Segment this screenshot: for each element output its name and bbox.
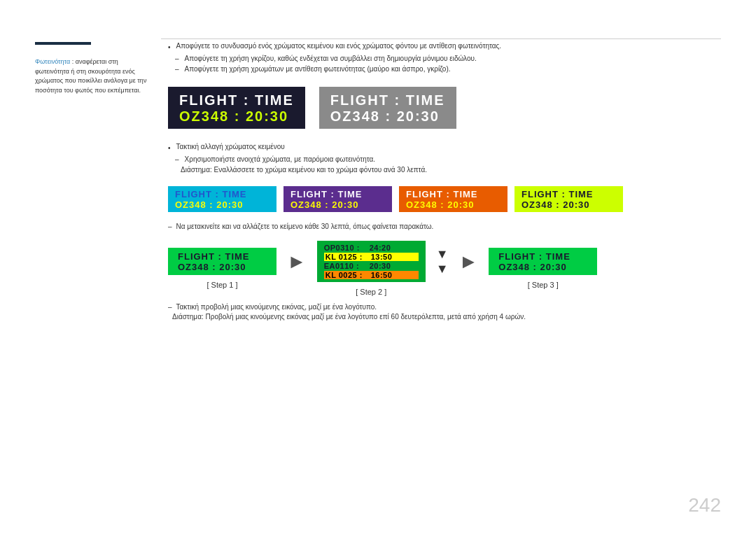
step2-row1-id: OP0310 : [324,244,370,252]
move-note: – Να μετακινείτε και να αλλάζετε το κείμ… [168,223,721,230]
step2-row1-time: 24:20 [370,244,391,252]
step3-box: FLIGHT : TIME OZ348 : 20:30 [489,248,597,275]
large-box1-title: FLIGHT : TIME [179,92,294,108]
sub-dash-text-2: Διάστημα: Εναλλάσσετε το χρώμα κειμένου … [181,166,427,174]
small-displays-row: FLIGHT : TIME OZ348 : 20:30 FLIGHT : TIM… [168,186,721,212]
step3-title: FLIGHT : TIME [498,251,587,262]
arrow2-group: ▼ ▼ [436,248,449,275]
step2-row3: EA0110 : 20:30 [324,262,419,270]
page-number: 242 [688,494,721,517]
small-box-cyan-wrapper: FLIGHT : TIME OZ348 : 20:30 [168,186,276,212]
step2-label: [ Step 2 ] [356,288,386,296]
large-displays: FLIGHT : TIME OZ348 : 20:30 FLIGHT : TIM… [168,87,721,129]
sub-bullet-item: • Τακτική αλλαγή χρώματος κειμένου [168,143,721,152]
sub-dash-text-1: Χρησιμοποιήστε ανοιχτά χρώματα, με παρόμ… [185,155,376,163]
small-orange-title: FLIGHT : TIME [406,189,500,199]
step2-item: OP0310 : 24:20 KL 0125 : 13:50 EA0110 : … [317,241,426,296]
sidebar-highlight: Φωτεινότητα [35,58,70,65]
sub-bullet-section: • Τακτική αλλαγή χρώματος κειμένου – Χρη… [168,143,721,174]
final-dash-1: – [168,303,172,311]
step1-item: FLIGHT : TIME OZ348 : 20:30 [ Step 1 ] [168,248,276,289]
small-yellow-sub: OZ348 : 20:30 [522,199,616,210]
top-divider [161,38,721,39]
main-content: • Αποφύγετε το συνδυασμό ενός χρώματος κ… [168,42,721,323]
steps-section: FLIGHT : TIME OZ348 : 20:30 [ Step 1 ] ►… [168,241,721,296]
final-note-text-1: Τακτική προβολή μιας κινούμενης εικόνας,… [176,303,377,311]
bullet-item-1: • Αποφύγετε το συνδυασμό ενός χρώματος κ… [168,42,721,51]
dash-text-2: Αποφύγετε τη χρήση χρωμάτων με αντίθεση … [185,65,451,73]
step3-item: FLIGHT : TIME OZ348 : 20:30 [ Step 3 ] [489,248,597,289]
small-purple-title: FLIGHT : TIME [290,189,385,199]
box-dark: FLIGHT : TIME OZ348 : 20:30 [168,87,305,129]
small-cyan-title: FLIGHT : TIME [175,189,270,199]
step2-row2-time: 13:50 [371,253,393,261]
dash-item-2: – Αποφύγετε τη χρήση χρωμάτων με αντίθεσ… [168,65,721,73]
small-box-purple-wrapper: FLIGHT : TIME OZ348 : 20:30 [284,186,392,212]
step1-title: FLIGHT : TIME [178,251,267,262]
final-note-text-2: Διάστημα: Προβολή μιας κινούμενης εικόνα… [172,313,526,321]
small-box-cyan: FLIGHT : TIME OZ348 : 20:30 [168,186,276,212]
sidebar-text: Φωτεινότητα : αναφέρεται στη φωτεινότητα… [35,57,154,95]
sub-bullet-dot: • [168,144,171,152]
step2-row2: KL 0125 : 13:50 [324,253,419,261]
sub-dash-1: – Χρησιμοποιήστε ανοιχτά χρώματα, με παρ… [168,155,721,163]
bullet-section-top: • Αποφύγετε το συνδυασμό ενός χρώματος κ… [168,42,721,73]
sub-dash-sym-1: – [175,155,179,163]
arrow-right-icon-2: ► [459,251,479,272]
step1-sub: OZ348 : 20:30 [178,262,267,272]
large-box-dark: FLIGHT : TIME OZ348 : 20:30 [168,87,305,129]
small-box-purple: FLIGHT : TIME OZ348 : 20:30 [284,186,392,212]
step2-row4-time: 16:50 [371,271,393,279]
bullet-dot-1: • [168,43,171,51]
move-note-dash: – [168,223,172,230]
small-box-orange: FLIGHT : TIME OZ348 : 20:30 [399,186,507,212]
large-box-gray: FLIGHT : TIME OZ348 : 20:30 [319,87,456,129]
step2-row1: OP0310 : 24:20 [324,244,419,252]
large-box1-subtitle: OZ348 : 20:30 [179,108,294,125]
dash-item-1: – Αποφύγετε τη χρήση γκρίζου, καθώς ενδέ… [168,55,721,62]
step2-row3-id: EA0110 : [324,262,370,270]
box-gray: FLIGHT : TIME OZ348 : 20:30 [319,87,456,129]
step1-label: [ Step 1 ] [206,281,237,289]
small-purple-sub: OZ348 : 20:30 [290,199,385,210]
small-box-yellow: FLIGHT : TIME OZ348 : 20:30 [514,186,623,212]
dash-1: – [175,55,179,62]
step2-box: OP0310 : 24:20 KL 0125 : 13:50 EA0110 : … [317,241,426,282]
step2-row4-id: KL 0025 : [326,271,371,279]
step2-row3-time: 20:30 [370,262,391,270]
step3-sub: OZ348 : 20:30 [498,262,587,272]
arrow-right-icon: ► [287,251,307,273]
arrow-down-icon-2: ▼ [436,262,449,275]
step2-row2-id: KL 0125 : [326,253,371,261]
step2-row4: KL 0025 : 16:50 [324,271,419,279]
sub-bullet-text: Τακτική αλλαγή χρώματος κειμένου [176,143,285,150]
large-box2-title: FLIGHT : TIME [330,92,445,108]
bullet-text-1: Αποφύγετε το συνδυασμό ενός χρώματος κει… [176,42,502,50]
move-note-text: Να μετακινείτε και να αλλάζετε το κείμεν… [176,223,434,230]
sidebar: Φωτεινότητα : αναφέρεται στη φωτεινότητα… [35,42,154,95]
small-yellow-title: FLIGHT : TIME [522,189,616,199]
final-note-2: Διάστημα: Προβολή μιας κινούμενης εικόνα… [168,313,721,321]
arrow1: ► [287,251,307,273]
sub-dash-2: Διάστημα: Εναλλάσσετε το χρώμα κειμένου … [168,166,721,174]
arrow3: ► [459,251,479,273]
small-box-orange-wrapper: FLIGHT : TIME OZ348 : 20:30 [399,186,507,212]
final-note-1: – Τακτική προβολή μιας κινούμενης εικόνα… [168,303,721,311]
dash-text-1: Αποφύγετε τη χρήση γκρίζου, καθώς ενδέχε… [185,55,477,62]
small-cyan-sub: OZ348 : 20:30 [175,199,270,210]
step3-label: [ Step 3 ] [528,281,559,289]
step1-box: FLIGHT : TIME OZ348 : 20:30 [168,248,276,275]
arrow-down-icon-1: ▼ [436,248,449,260]
sidebar-bar [35,42,91,45]
large-box2-subtitle: OZ348 : 20:30 [330,108,445,125]
small-orange-sub: OZ348 : 20:30 [406,199,500,210]
dash-2: – [175,65,179,73]
small-box-yellow-wrapper: FLIGHT : TIME OZ348 : 20:30 [514,186,623,212]
